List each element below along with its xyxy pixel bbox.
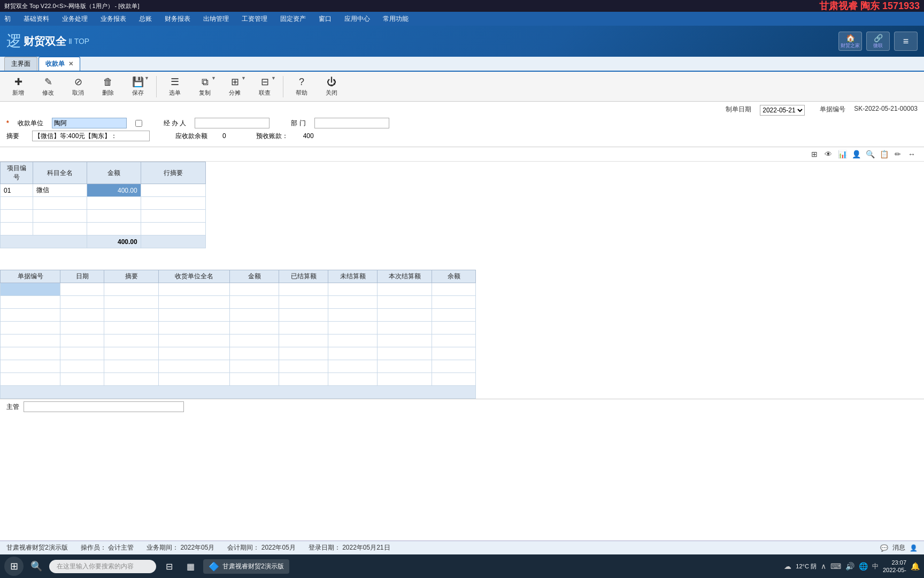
btn-save[interactable]: 💾 保存 ▼ xyxy=(124,74,152,100)
keyboard-icon[interactable]: ⌨ xyxy=(830,562,841,571)
pen-icon[interactable]: ✏ xyxy=(892,148,904,160)
search-bar[interactable]: 在这里输入你要搜索的内容 xyxy=(49,560,156,573)
menu-window[interactable]: 窗口 xyxy=(317,13,334,25)
logo-bar-right: 🏠 财贸之家 🔗 微联 ≡ xyxy=(838,32,918,51)
btn-cancel[interactable]: ⊘ 取消 xyxy=(64,74,92,100)
cell-amount[interactable]: 400.00 xyxy=(87,184,141,197)
start-button[interactable]: ⊞ xyxy=(4,557,24,576)
notification-icon[interactable]: 🔔 xyxy=(911,562,920,571)
eye-icon[interactable]: 👁 xyxy=(822,148,834,160)
cell-amount[interactable] xyxy=(87,197,141,210)
btn-allot[interactable]: ⊞ 分摊 ▼ xyxy=(221,74,249,100)
network-icon[interactable]: 🌐 xyxy=(859,562,868,571)
menu-ledger[interactable]: 总账 xyxy=(137,13,154,25)
taskbar-app[interactable]: 🔷 甘肃视睿财贸2演示版 xyxy=(203,559,289,574)
lower-table-row[interactable] xyxy=(1,334,476,347)
unit-input[interactable] xyxy=(52,118,127,128)
arrow-icon[interactable]: ↔ xyxy=(906,148,918,160)
lower-cell-amount[interactable] xyxy=(230,283,279,296)
status-right: 💬 消息 👤 xyxy=(880,543,918,552)
menu-app-center[interactable]: 应用中心 xyxy=(342,13,372,25)
lower-table-row[interactable] xyxy=(1,373,476,386)
btn-help[interactable]: ? 帮助 xyxy=(288,74,315,100)
lower-cell-balance[interactable] xyxy=(432,283,476,296)
taskbar-search-icon[interactable]: 🔍 xyxy=(28,558,45,575)
table-row[interactable]: 01 微信 400.00 xyxy=(1,184,206,197)
sum-value: 400.00 xyxy=(87,235,141,248)
note-input[interactable] xyxy=(24,401,184,412)
taskbar-view-icon[interactable]: ⊟ xyxy=(160,558,178,575)
unit-checkbox[interactable] xyxy=(135,120,142,127)
dept-input[interactable] xyxy=(314,118,389,128)
taskbar-task-icon[interactable]: ▦ xyxy=(182,558,199,575)
table-row[interactable] xyxy=(1,223,206,235)
logo-icon-link[interactable]: 🔗 微联 xyxy=(866,32,890,51)
list-icon[interactable]: 📋 xyxy=(878,148,890,160)
table-row[interactable] xyxy=(1,197,206,210)
user-icon[interactable]: 👤 xyxy=(910,544,918,552)
speaker-icon[interactable]: 🔊 xyxy=(845,562,854,571)
menu-salary[interactable]: 工资管理 xyxy=(240,13,270,25)
select-icon: ☰ xyxy=(171,76,179,88)
lower-table-row[interactable] xyxy=(1,322,476,334)
icon-toolbar: ⊞ 👁 📊 👤 🔍 📋 ✏ ↔ xyxy=(0,147,924,162)
weather-icon: ☁ xyxy=(784,562,791,571)
message-icon[interactable]: 💬 xyxy=(880,544,888,552)
summary-input[interactable] xyxy=(32,131,150,141)
menu-base-data[interactable]: 基础资料 xyxy=(21,13,51,25)
lower-cell-summary[interactable] xyxy=(104,283,159,296)
person-icon[interactable]: 👤 xyxy=(850,148,862,160)
search-icon[interactable]: 🔍 xyxy=(864,148,876,160)
lower-table-row[interactable] xyxy=(1,283,476,296)
logo-icon-menu[interactable]: ≡ xyxy=(894,32,918,51)
menu-finance[interactable]: 财务报表 xyxy=(163,13,192,25)
grid-icon[interactable]: ⊞ xyxy=(808,148,820,160)
btn-link[interactable]: ⊟ 联查 ▼ xyxy=(251,74,279,100)
btn-close[interactable]: ⏻ 关闭 xyxy=(318,74,345,100)
lower-cell-bill-no[interactable] xyxy=(1,283,60,296)
lower-cell-settled[interactable] xyxy=(279,283,328,296)
menu-init[interactable]: 初 xyxy=(2,13,13,25)
btn-copy[interactable]: ⧉ 复制 ▼ xyxy=(191,74,219,100)
logo-icon-home[interactable]: 🏠 财贸之家 xyxy=(838,32,862,51)
chart-icon[interactable]: 📊 xyxy=(836,148,848,160)
cell-remark xyxy=(141,184,205,197)
btn-new[interactable]: ✚ 新增 xyxy=(4,74,32,100)
lower-table-row[interactable] xyxy=(1,360,476,373)
tab-main[interactable]: 主界面 xyxy=(4,57,37,71)
menu-fixed-assets[interactable]: 固定资产 xyxy=(278,13,308,25)
input-method[interactable]: 中 xyxy=(872,562,879,571)
lower-cell-unsettled[interactable] xyxy=(328,283,378,296)
tab-receipt[interactable]: 收款单 ✕ xyxy=(38,57,80,71)
operator-label: 操作员： 会计主管 xyxy=(81,543,134,552)
menu-cashier[interactable]: 出纳管理 xyxy=(201,13,231,25)
agent-label: 经 办 人 xyxy=(164,119,187,128)
btn-delete[interactable]: 🗑 删除 xyxy=(94,74,122,100)
agent-input[interactable] xyxy=(195,118,270,128)
brand-text: 甘肃视睿 陶东 1571933 xyxy=(819,0,920,12)
btn-edit[interactable]: ✎ 修改 xyxy=(34,74,62,100)
col-remark: 行摘要 xyxy=(141,162,205,184)
lower-table-row[interactable] xyxy=(1,309,476,322)
lower-table-row[interactable] xyxy=(1,296,476,309)
menu-report[interactable]: 业务报表 xyxy=(98,13,128,25)
btn-select[interactable]: ☰ 选单 xyxy=(161,74,189,100)
help-icon: ? xyxy=(299,77,304,88)
taskbar[interactable]: ⊞ 🔍 在这里输入你要搜索的内容 ⊟ ▦ 🔷 甘肃视睿财贸2演示版 ☁ 12°C… xyxy=(0,554,924,578)
tab-bar: 主界面 收款单 ✕ xyxy=(0,57,924,72)
cell-proj-no: 01 xyxy=(1,184,33,197)
cell-amount[interactable] xyxy=(87,223,141,235)
lower-table-row[interactable] xyxy=(1,347,476,360)
middle-area: 制单日期 2022-05-21 单据编号 SK-2022-05-21-00003… xyxy=(0,102,924,541)
cell-amount[interactable] xyxy=(87,210,141,223)
lower-cell-unit[interactable] xyxy=(159,283,230,296)
tab-close-receipt[interactable]: ✕ xyxy=(68,60,73,67)
date-input[interactable]: 2022-05-21 xyxy=(760,105,805,116)
lower-cell-date[interactable] xyxy=(60,283,104,296)
lower-cell-this-settle[interactable] xyxy=(377,283,432,296)
menu-common[interactable]: 常用功能 xyxy=(381,13,411,25)
table-row[interactable] xyxy=(1,210,206,223)
menu-business[interactable]: 业务处理 xyxy=(60,13,90,25)
separator-2 xyxy=(283,76,283,97)
chevron-up-icon[interactable]: ∧ xyxy=(821,562,826,571)
